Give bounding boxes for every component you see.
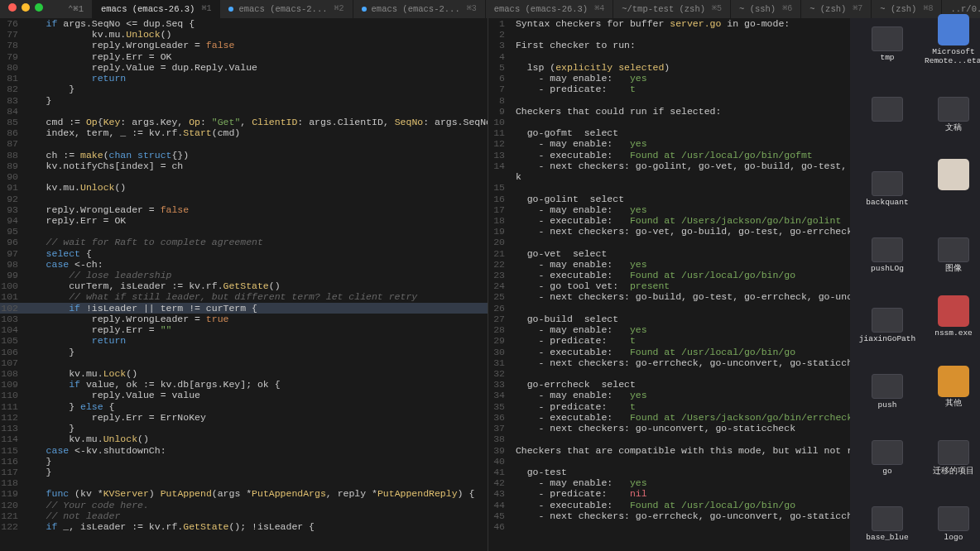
line-number: 89 [0,161,23,171]
line-number: 4 [488,51,510,62]
code-line: 105 return [0,335,488,346]
code-line: 25 - next checkers: go-build, go-test, g… [488,291,850,302]
line-number: 26 [488,303,510,314]
tab-label: ..r/0.93.1/sbin (zsh) [950,4,980,14]
code-line: 5 lsp (explicitly selected) [488,62,850,73]
line-number: 110 [0,390,23,400]
folder-icon [872,26,903,51]
tab-shortcut: ⌘7 [853,4,862,14]
desktop-item[interactable]: backquant [858,171,916,208]
desktop-item[interactable] [858,97,916,124]
line-number: 94 [0,215,23,226]
desktop-item[interactable]: pushLOg [858,237,916,274]
code-line: 109 if value, ok := kv.db[args.Key]; ok … [0,379,488,390]
code-line: 31 - next checkers: go-errcheck, go-unco… [488,357,850,368]
folder-icon [938,97,969,122]
code-line: 110 reply.Value = value [0,390,488,400]
code-line: 2 [488,29,850,40]
line-number: 86 [0,127,23,138]
line-number: 84 [0,106,23,117]
code-line: 77 kv.mu.Unlock() [0,29,488,40]
code-line: 24 - go tool vet: present [488,280,850,291]
code-line: 46 [488,521,850,532]
line-number: 39 [488,445,510,456]
maximize-window-icon[interactable] [35,3,43,12]
line-number: 76 [0,18,23,29]
tab-1[interactable]: emacs (emacs-26.3)⌘1 [93,0,220,18]
desktop-item[interactable]: nssm.exe [925,295,980,338]
line-number: 28 [488,324,510,335]
desktop-item[interactable]: jiaxinGoPath [858,308,916,344]
desktop-item[interactable]: 其他 [925,366,980,409]
line-number: 80 [0,62,23,73]
line-number: 18 [488,215,510,226]
tab-5[interactable]: ~/tmp-test (zsh)⌘5 [613,0,731,18]
code-line: 16 go-golint select [488,194,850,204]
desktop-item-label: base_blue [858,534,916,543]
desktop-item[interactable] [925,159,980,193]
line-number: 106 [0,347,23,357]
code-line: 78 reply.WrongLeader = false [0,40,488,50]
code-editor-pane[interactable]: 76 if args.SeqNo <= dup.Seq {77 kv.mu.Un… [0,18,488,551]
line-number: 96 [0,237,23,247]
minimize-window-icon[interactable] [22,3,30,12]
code-line: 104 reply.Err = "" [0,324,488,335]
code-line: 39 Checkers that are compatible with thi… [488,445,850,456]
code-line: 118 [0,477,488,488]
code-line: 89 kv.notifyChs[index] = ch [0,161,488,171]
code-line: 91 kv.mu.Unlock() [0,182,488,193]
line-number: 22 [488,259,510,270]
folder-icon [938,440,969,465]
code-line: 117 } [0,467,488,477]
desktop-item[interactable]: logo [925,506,980,543]
line-number: 107 [0,357,23,368]
desktop-item[interactable]: go [858,440,916,477]
tab-shortcut: ⌘3 [467,4,477,14]
desktop-item-label: Microsoft Remote...eta.ap [925,48,980,66]
tab-6[interactable]: ~ (ssh)⌘6 [731,0,801,18]
tab-2[interactable]: emacs (emacs-2...⌘2 [220,0,353,18]
line-number: 77 [0,29,23,40]
code-line: 12 - may enable: yes [488,138,850,149]
tab-7[interactable]: ~ (zsh)⌘7 [801,0,872,18]
tab-3[interactable]: emacs (emacs-2...⌘3 [353,0,486,18]
tab-label: emacs (emacs-2... [372,4,460,14]
code-line: 1 Syntax checkers for buffer server.go i… [488,18,850,29]
code-line: 100 curTerm, isLeader := kv.rf.GetState(… [0,280,488,291]
flycheck-output-pane[interactable]: 1 Syntax checkers for buffer server.go i… [488,18,850,551]
desktop-item[interactable]: 图像 [925,237,980,274]
line-number: 90 [0,171,23,182]
desktop-item-label: push [858,401,916,410]
code-line: 84 [0,106,488,117]
folder-icon [872,374,903,399]
code-line: 90 [0,171,488,182]
code-line: 30 - executable: Found at /usr/local/go/… [488,347,850,357]
line-number: 88 [0,150,23,161]
code-line: 76 if args.SeqNo <= dup.Seq { [0,18,488,29]
desktop-item[interactable]: Microsoft Remote...eta.ap [925,14,980,66]
code-line: 103 reply.WrongLeader = true [0,314,488,324]
code-line: 4 [488,51,850,62]
line-number: 42 [488,477,510,488]
desktop-item-label: 其他 [925,400,980,409]
desktop-item[interactable]: push [858,374,916,410]
desktop-item[interactable]: base_blue [858,506,916,543]
folder-icon [872,171,903,196]
desktop-item[interactable]: tmp [858,26,916,63]
tab-4[interactable]: emacs (emacs-26.3)⌘4 [486,0,613,18]
line-number: 34 [488,390,510,400]
line-number: 111 [0,401,23,412]
close-window-icon[interactable] [8,3,17,12]
code-line: 26 [488,303,850,314]
line-number: 121 [0,510,23,521]
line-number: 114 [0,434,23,444]
line-number: 16 [488,194,510,204]
code-line: 97 select { [0,248,488,259]
code-line: 8 [488,95,850,106]
code-line: 9 Checkers that could run if selected: [488,106,850,117]
desktop-item[interactable]: 文稿 [925,97,980,133]
tab-0[interactable]: ⌃⌘1 [60,0,93,18]
desktop-item-label: pushLOg [858,265,916,274]
line-number: 118 [0,477,23,488]
desktop-item[interactable]: 迁移的项目 [925,440,980,477]
